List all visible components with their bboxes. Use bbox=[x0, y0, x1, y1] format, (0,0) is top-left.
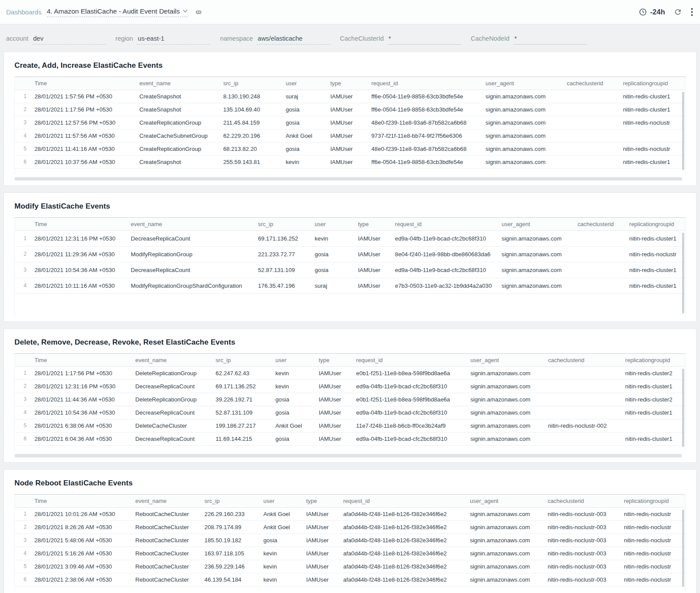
cell-user: gosia bbox=[311, 262, 354, 278]
table-row[interactable]: 128/01/2021 12:31:16 PM +0530DecreaseRep… bbox=[15, 231, 685, 247]
filter-value[interactable]: us-east-1 bbox=[137, 35, 210, 45]
column-header-type[interactable]: type bbox=[315, 354, 353, 367]
column-header-src_ip[interactable]: src_ip bbox=[220, 77, 282, 90]
column-header-request_id[interactable]: request_id bbox=[368, 77, 482, 90]
filter-value[interactable]: aws/elasticache bbox=[257, 35, 330, 45]
column-header-src_ip[interactable]: src_ip bbox=[212, 354, 272, 367]
column-header-src_ip[interactable]: src_ip bbox=[255, 218, 312, 231]
column-header-event_name[interactable]: event_name bbox=[132, 354, 212, 367]
table-row[interactable]: 428/01/2021 10:54:36 AM +0530DecreaseRep… bbox=[15, 406, 685, 419]
vertical-scrollbar[interactable] bbox=[682, 509, 684, 587]
filter-account[interactable]: accountdev bbox=[6, 35, 106, 45]
table-row[interactable]: 628/01/2021 6:04:36 AM +0530DecreaseRepl… bbox=[15, 433, 685, 446]
refresh-button[interactable] bbox=[674, 8, 682, 16]
filter-value[interactable]: * bbox=[388, 35, 461, 45]
share-link-button[interactable] bbox=[195, 8, 203, 16]
table-row[interactable]: 128/01/2021 1:17:56 PM +0530DeleteReplic… bbox=[15, 367, 685, 380]
filter-value[interactable]: dev bbox=[32, 35, 106, 45]
time-range-button[interactable]: -24h bbox=[639, 8, 665, 16]
kebab-icon bbox=[691, 8, 693, 16]
column-header-type[interactable]: type bbox=[303, 495, 340, 508]
kebab-menu-button[interactable] bbox=[691, 8, 693, 16]
column-header-time[interactable]: Time bbox=[31, 77, 136, 90]
column-header-user[interactable]: user bbox=[282, 77, 327, 90]
filter-region[interactable]: regionus-east-1 bbox=[116, 35, 210, 45]
row-index: 4 bbox=[15, 406, 31, 419]
column-header-replicationgroupid[interactable]: replicationgroupid bbox=[626, 218, 685, 231]
dashboard-title-dropdown[interactable]: 4. Amazon ElastiCache - Audit Event Deta… bbox=[47, 7, 188, 17]
column-header-event_name[interactable]: event_name bbox=[127, 218, 255, 231]
column-header-request_id[interactable]: request_id bbox=[392, 218, 498, 231]
cell-src_ip: 46.139.54.184 bbox=[201, 573, 260, 586]
table-row[interactable]: 228/01/2021 12:31:16 PM +0530DecreaseRep… bbox=[15, 380, 685, 393]
table-row[interactable]: 428/01/2021 10:11:16 AM +0530ModifyRepli… bbox=[15, 278, 685, 294]
table-row[interactable]: 328/01/2021 11:44:36 AM +0530DeleteRepli… bbox=[15, 393, 685, 406]
filter-cacheclusterid[interactable]: CacheClusterId* bbox=[340, 35, 461, 45]
cell-type: IAMUser bbox=[327, 143, 368, 156]
cell-request_id: ff6e-0504-11e9-8858-63cb3bdfe54e bbox=[368, 156, 482, 169]
column-header-type[interactable]: type bbox=[354, 218, 392, 231]
column-header-type[interactable]: type bbox=[327, 77, 368, 90]
column-header-time[interactable]: Time bbox=[31, 218, 127, 231]
table-row[interactable]: 228/01/2021 1:17:56 PM +0530CreateSnapsh… bbox=[15, 103, 685, 116]
column-header-replicationgroupid[interactable]: replicationgroupid bbox=[622, 354, 685, 367]
table-row[interactable]: 228/01/2021 11:29:36 AM +0530ModifyRepli… bbox=[15, 247, 685, 262]
column-header-replicationgroupid[interactable]: replicationgroupid bbox=[620, 495, 685, 508]
horizontal-scrollbar[interactable] bbox=[14, 177, 682, 181]
column-header-cacheclusterid[interactable]: cacheclusterid bbox=[544, 495, 620, 508]
table-row[interactable]: 128/01/2021 1:57:56 PM +0530CreateSnapsh… bbox=[15, 90, 685, 103]
vertical-scrollbar[interactable] bbox=[682, 92, 684, 170]
table-row[interactable]: 328/01/2021 5:48:06 AM +0530RebootCacheC… bbox=[15, 534, 685, 547]
panel-create-add-increase-events: Create, Add, Increase ElastiCache Events… bbox=[4, 52, 696, 186]
column-header-cacheclusterid[interactable]: cacheclusterid bbox=[563, 77, 620, 90]
table-row[interactable]: 228/01/2021 8:26:26 AM +0530RebootCacheC… bbox=[15, 521, 685, 534]
filter-value[interactable]: * bbox=[514, 35, 587, 45]
table-row[interactable]: 628/01/2021 2:38:06 AM +0530RebootCacheC… bbox=[15, 573, 685, 586]
cell-type: IAMUser bbox=[315, 433, 353, 446]
table-row[interactable]: 328/01/2021 10:54:36 AM +0530DecreaseRep… bbox=[15, 262, 685, 278]
column-header-src_ip[interactable]: src_ip bbox=[201, 495, 260, 508]
column-header-time[interactable]: Time bbox=[31, 354, 132, 367]
column-header-request_id[interactable]: request_id bbox=[340, 495, 467, 508]
row-index: 1 bbox=[15, 508, 31, 521]
filter-namespace[interactable]: namespaceaws/elasticache bbox=[220, 35, 330, 45]
column-header-time[interactable]: Time bbox=[31, 495, 132, 508]
filter-cachenodeid[interactable]: CacheNodeId* bbox=[471, 35, 587, 45]
vertical-scrollbar[interactable] bbox=[682, 233, 684, 314]
vertical-scrollbar[interactable] bbox=[682, 369, 684, 447]
column-header-user_agent[interactable]: user_agent bbox=[466, 495, 544, 508]
row-index: 3 bbox=[15, 534, 31, 547]
column-header-user_agent[interactable]: user_agent bbox=[482, 77, 564, 90]
table-row[interactable]: 528/01/2021 11:41:16 AM +0530CreateRepli… bbox=[15, 143, 685, 156]
column-header-user[interactable]: user bbox=[260, 495, 303, 508]
row-index: 1 bbox=[15, 231, 31, 247]
column-header-event_name[interactable]: event_name bbox=[136, 77, 220, 90]
column-header-request_id[interactable]: request_id bbox=[353, 354, 467, 367]
column-header-cacheclusterid[interactable]: cacheclusterid bbox=[545, 354, 622, 367]
table-row[interactable]: 528/01/2021 6:38:06 AM +0530DeleteCacheC… bbox=[15, 419, 685, 433]
cell-event_name: DecreaseReplicaCount bbox=[127, 231, 255, 247]
cell-user: kevin bbox=[311, 231, 354, 247]
column-header-event_name[interactable]: event_name bbox=[132, 495, 201, 508]
clock-icon bbox=[639, 8, 647, 16]
column-header-user_agent[interactable]: user_agent bbox=[467, 354, 544, 367]
table-row[interactable]: 528/01/2021 3:09:46 AM +0530RebootCacheC… bbox=[15, 560, 685, 573]
filter-label: namespace bbox=[220, 35, 253, 42]
column-header-user_agent[interactable]: user_agent bbox=[498, 218, 574, 231]
table-row[interactable]: 628/01/2021 10:37:56 AM +0530CreateSnaps… bbox=[15, 156, 685, 169]
breadcrumb[interactable]: Dashboards bbox=[6, 8, 42, 16]
column-header-replicationgroupid[interactable]: replicationgroupid bbox=[620, 77, 685, 90]
column-header-cacheclusterid[interactable]: cacheclusterid bbox=[574, 218, 626, 231]
cell-type: IAMUser bbox=[327, 103, 368, 116]
table-row[interactable]: 428/01/2021 11:57:56 AM +0530CreateCache… bbox=[15, 129, 685, 143]
cell-user_agent: signin.amazonaws.com bbox=[467, 393, 544, 406]
horizontal-scrollbar[interactable] bbox=[14, 454, 682, 457]
column-header-user[interactable]: user bbox=[311, 218, 354, 231]
row-index: 1 bbox=[15, 90, 31, 103]
column-header-user[interactable]: user bbox=[272, 354, 315, 367]
row-index-header bbox=[15, 218, 31, 231]
table-row[interactable]: 128/01/2021 10:01:26 AM +0530RebootCache… bbox=[15, 508, 685, 521]
table-row[interactable]: 328/01/2021 12:57:56 PM +0530CreateRepli… bbox=[15, 116, 685, 129]
cell-request_id: afa0d44b-f248-11e8-b126-f382e346f6e2 bbox=[340, 547, 467, 560]
table-row[interactable]: 428/01/2021 5:16:26 AM +0530RebootCacheC… bbox=[15, 547, 685, 560]
